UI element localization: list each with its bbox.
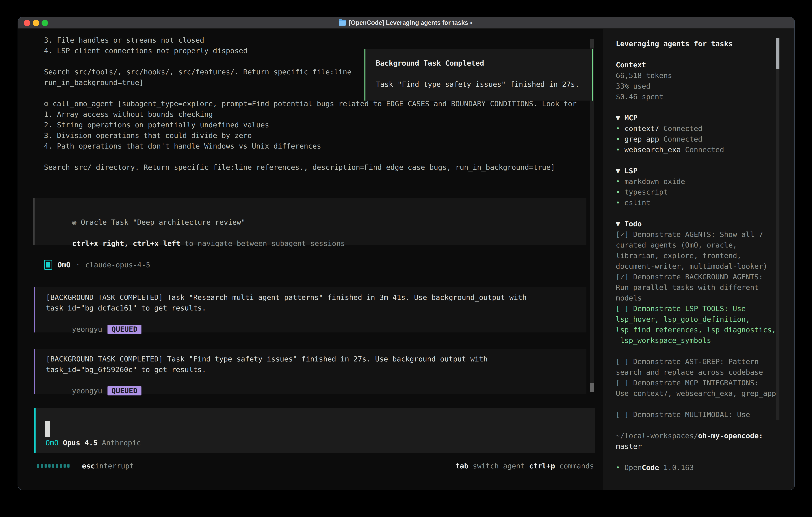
prompt-input[interactable]: OmO Opus 4.5 Anthropic bbox=[34, 408, 594, 453]
text-segment: $0.46 spent bbox=[616, 92, 663, 101]
window-title-area: [OpenCode] Leveraging agents for tasks ◐ bbox=[339, 19, 473, 26]
spinner-dot bbox=[60, 464, 62, 468]
window-title: [OpenCode] Leveraging agents for tasks ◐ bbox=[349, 19, 473, 26]
status-badge: QUEUED bbox=[108, 386, 142, 396]
text-line: • context7 Connected bbox=[616, 123, 782, 134]
text-line: [ ] Demonstrate MCP INTEGRATIONS: bbox=[616, 377, 782, 388]
text-segment: 4. Path operations that don't handle Win… bbox=[44, 142, 321, 150]
text-segment: 3. File handles or streams not closed bbox=[44, 36, 204, 44]
tab-key-label: switch agent bbox=[468, 462, 525, 470]
esc-key-label: interrupt bbox=[95, 461, 134, 471]
main-scrollbar-thumb[interactable] bbox=[590, 383, 594, 392]
text-line: Leveraging agents for tasks bbox=[616, 38, 782, 49]
text-line: 2. String operations on potentially unde… bbox=[44, 119, 589, 130]
text-line: ▼ Todo bbox=[616, 219, 782, 229]
zoom-button[interactable] bbox=[41, 20, 48, 26]
task-author: yeongyu bbox=[72, 387, 102, 395]
text-segment: • bbox=[616, 124, 625, 133]
notification-title: Background Task Completed bbox=[376, 59, 484, 67]
text-segment: Connected bbox=[663, 124, 702, 133]
oracle-title: Oracle Task "Deep architecture review" bbox=[77, 218, 245, 226]
text-segment: [ ] Demonstrate MULTIMODAL: Use bbox=[616, 410, 750, 419]
text-segment: Code bbox=[642, 463, 659, 472]
folder-icon bbox=[339, 20, 346, 26]
text-line: • typescript bbox=[616, 187, 782, 197]
text-segment: oh-my-opencode: bbox=[698, 432, 763, 440]
notification-toast[interactable]: Background Task Completed Task "Find typ… bbox=[365, 49, 593, 101]
text-line: 3. Division operations that could divide… bbox=[44, 130, 589, 141]
traffic-lights bbox=[24, 20, 48, 26]
text-segment: 3. Division operations that could divide… bbox=[44, 131, 252, 140]
text-segment: search and replace across codebase bbox=[616, 368, 763, 376]
separator-dot: · bbox=[76, 260, 80, 270]
status-bar-right: tab switch agent ctrl+p commands bbox=[455, 461, 594, 471]
text-cursor bbox=[45, 420, 50, 437]
text-line: lsp_hover, lsp_goto_definition, bbox=[616, 314, 782, 324]
text-segment: call_omo_agent [subagent_type=explore, p… bbox=[53, 100, 577, 108]
text-line: document-writer, multimodal-looker) bbox=[616, 261, 782, 272]
text-line: 66,518 tokens bbox=[616, 70, 782, 81]
text-line: curated agents (OmO, oracle, bbox=[616, 240, 782, 250]
oracle-hint-keys: ctrl+x right, ctrl+x left bbox=[72, 239, 180, 247]
text-segment: Context bbox=[616, 61, 646, 69]
text-segment: ⚙ bbox=[44, 100, 53, 108]
spinner-dots bbox=[37, 464, 69, 468]
text-line bbox=[616, 452, 782, 462]
terminal-window: [OpenCode] Leveraging agents for tasks ◐… bbox=[18, 17, 795, 490]
text-segment: curated agents (OmO, oracle, bbox=[616, 241, 737, 249]
status-badge: QUEUED bbox=[108, 325, 142, 334]
ctrlp-key-hint: ctrl+p bbox=[529, 462, 555, 470]
text-line: $0.46 spent bbox=[616, 91, 782, 102]
text-line: ~/local-workspaces/oh-my-opencode: bbox=[616, 430, 782, 441]
text-line bbox=[616, 49, 782, 60]
spinner-dot bbox=[52, 464, 54, 468]
spinner-dot bbox=[45, 464, 47, 468]
text-segment: ▼ MCP bbox=[616, 114, 637, 122]
text-line: Use context7, websearch_exa, grep_app bbox=[616, 388, 782, 399]
close-button[interactable] bbox=[24, 20, 30, 26]
text-line: • OpenCode 1.0.163 bbox=[616, 462, 782, 473]
sidebar-scrollbar[interactable] bbox=[776, 38, 779, 420]
text-segment: 1. Array access without bounds checking bbox=[44, 110, 213, 118]
spinner-dot bbox=[67, 464, 69, 468]
text-segment: lsp_workspace_symbols bbox=[616, 336, 711, 345]
text-line: librarian, explore, frontend, bbox=[616, 250, 782, 261]
text-line: • markdown-oxide bbox=[616, 176, 782, 187]
text-segment: ~/local-workspaces/ bbox=[616, 432, 698, 440]
sidebar: Leveraging agents for tasks Context66,51… bbox=[616, 38, 782, 473]
text-segment: ▼ LSP bbox=[616, 167, 637, 175]
text-segment: [✓] Demonstrate BACKGROUND AGENTS: bbox=[616, 273, 763, 281]
text-line: 1. Array access without bounds checking bbox=[44, 109, 589, 119]
agent-model: claude-opus-4-5 bbox=[85, 260, 150, 270]
text-line: [✓] Demonstrate BACKGROUND AGENTS: bbox=[616, 272, 782, 282]
text-segment: librarian, explore, frontend, bbox=[616, 251, 742, 260]
spinner-dot bbox=[48, 464, 51, 468]
text-segment: document-writer, multimodal-looker) bbox=[616, 262, 767, 270]
text-segment: markdown-oxide bbox=[625, 177, 685, 186]
text-line bbox=[44, 151, 589, 162]
text-line bbox=[616, 155, 782, 166]
input-meta: OmO Opus 4.5 Anthropic bbox=[46, 437, 141, 448]
text-line: ▼ LSP bbox=[616, 166, 782, 176]
task-card-line2: task_id="bg_dcfac161" to get results. bbox=[46, 304, 206, 312]
text-segment: [ ] Demonstrate LSP TOOLS: Use bbox=[616, 304, 746, 313]
text-segment: eslint bbox=[625, 198, 650, 207]
text-line bbox=[616, 102, 782, 113]
text-segment: Search src/tools/, src/hooks/, src/featu… bbox=[44, 68, 351, 76]
input-provider: Anthropic bbox=[102, 439, 141, 447]
text-segment: run_in_background=true] bbox=[44, 78, 144, 87]
text-segment: 33% used bbox=[616, 82, 650, 90]
tab-key-hint: tab bbox=[455, 462, 468, 470]
sidebar-scrollbar-thumb[interactable] bbox=[776, 38, 779, 70]
oracle-hint-text: to navigate between subagent sessions bbox=[180, 239, 345, 247]
input-agent-name: OmO bbox=[46, 439, 59, 447]
text-segment: websearch_exa bbox=[625, 145, 685, 154]
text-segment: [ ] Demonstrate MCP INTEGRATIONS: bbox=[616, 379, 759, 387]
text-line: Context bbox=[616, 60, 782, 70]
text-segment: Connected bbox=[663, 135, 702, 143]
task-card-line1: [BACKGROUND TASK COMPLETED] Task "Resear… bbox=[46, 293, 527, 301]
minimize-button[interactable] bbox=[33, 20, 39, 26]
text-segment: 66,518 tokens bbox=[616, 71, 672, 80]
titlebar[interactable]: [OpenCode] Leveraging agents for tasks ◐ bbox=[18, 17, 794, 29]
text-line bbox=[616, 208, 782, 219]
